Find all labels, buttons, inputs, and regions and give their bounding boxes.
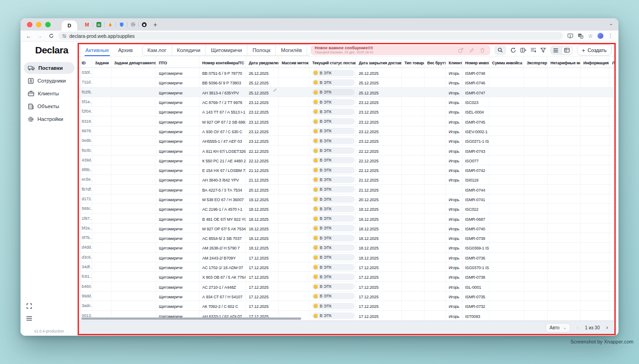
github-tab[interactable]	[139, 20, 150, 30]
bookmark-star-icon[interactable]: ☆	[588, 33, 593, 39]
table-row[interactable]: 0e9b…ЩитомиричиАН5555-1 / 47 AEF 0323.12…	[79, 136, 614, 146]
location-tab-Колядичи[interactable]: Колядичи	[172, 45, 205, 55]
cell-notify_date: 21.12.2025	[246, 175, 278, 184]
edit-pencil-icon[interactable]	[273, 88, 277, 92]
column-header-goods_type[interactable]: Тип товара	[401, 57, 424, 68]
column-header-nontariff[interactable]: Нетарифные меры	[547, 57, 580, 68]
fullscreen-button[interactable]	[26, 303, 78, 309]
column-header-container[interactable]: Номер контейнера/ТС	[199, 57, 246, 68]
back-button[interactable]: ←	[26, 33, 31, 39]
table-row[interactable]: f2f04…ЩитомиричиА 143 ТТ 67 / А 5513 I-1…	[79, 107, 614, 116]
table-row[interactable]: 8318…ЩитомиричиМ 927 ОР 67 / 2 SB 699223…	[79, 116, 614, 126]
sheets-tab[interactable]	[93, 20, 104, 30]
forward-button[interactable]: →	[37, 33, 42, 39]
notification-banner[interactable]: Новое важное сообщение!!!! Тимофей Бесма…	[311, 45, 490, 55]
previous-page-button[interactable]: ‹	[577, 324, 579, 331]
list-view-button[interactable]	[551, 47, 561, 54]
table-row[interactable]: f0cf0…ЩитомиричиА 811 КН 67/ LOSET32622.…	[79, 146, 614, 155]
location-tab-Могилёв[interactable]: Могилёв	[275, 45, 307, 55]
column-header-id[interactable]: ID	[79, 57, 92, 68]
column-header-invoice[interactable]: Номер инвойса	[462, 57, 489, 68]
search-button[interactable]	[494, 45, 506, 55]
cell-lic	[609, 175, 614, 184]
column-header-gross_weight[interactable]: Вес брутто	[424, 57, 445, 68]
next-page-button[interactable]: ›	[606, 324, 608, 331]
filter-button[interactable]	[540, 47, 546, 53]
edit-pencil-icon[interactable]	[469, 48, 474, 53]
active-browser-tab[interactable]: D	[62, 21, 77, 31]
location-tab-Полоцк[interactable]: Полоцк	[247, 45, 275, 55]
column-header-pto[interactable]: ПТО	[156, 57, 199, 68]
firebase-tab[interactable]	[105, 20, 115, 30]
column-header-lic[interactable]: Лиц	[609, 57, 614, 68]
table-row[interactable]: d4dd…ЩитомиричиАМ 2638-2/ Н 5790 718.12.…	[79, 243, 614, 252]
table-row[interactable]: 3adc…ЩитомиричиАК 7092-2 / С 602 С17.12.…	[79, 301, 614, 311]
column-header-info[interactable]: Информация	[580, 57, 609, 68]
table-row[interactable]: 8f8b…ЩитомиричиЕ 154 НХ 67 / LOSBM 73021…	[79, 165, 614, 174]
tab-Активные[interactable]: Активные	[81, 44, 114, 56]
columns-button[interactable]	[520, 47, 526, 53]
horizontal-scrollbar[interactable]	[81, 317, 301, 320]
sidebar-item-settings[interactable]: Настройки	[24, 113, 74, 125]
column-header-client[interactable]: Клиент	[445, 57, 462, 68]
table-row[interactable]: 99dd…ЩитомиричиА 934 СТ 67 / Н 5410717.1…	[79, 291, 614, 301]
cell-dept_tasks	[111, 262, 156, 271]
location-tab-Кам.лог[interactable]: Кам.лог	[142, 45, 172, 55]
location-tab-Берестовица[interactable]: Берестовица	[307, 45, 311, 55]
column-header-status[interactable]: Текущий статус поставки	[309, 57, 356, 68]
table-row[interactable]: 1f87…ЩитомиричиВ 481 ОЕ 67/ MY 822 YC18.…	[79, 213, 614, 223]
zoom-window-button[interactable]	[45, 22, 51, 27]
table-row[interactable]: 5f1a…ЩитомиричиАС 8769-7 / 2 ТТ 997823.1…	[79, 97, 614, 106]
collapse-menu-button[interactable]	[26, 316, 78, 321]
open-external-icon[interactable]	[458, 48, 463, 53]
tab-Архив[interactable]: Архив	[114, 44, 137, 56]
table-row[interactable]: fc81…ЩитомиричиХ 803 ОВ 67 / 5 АК 776417…	[79, 272, 614, 281]
settings-tab[interactable]	[127, 20, 138, 30]
table-row[interactable]: 439d…ЩитомиричиК 550 РС 21 / АЕ 4480 212…	[79, 155, 614, 165]
table-row[interactable]: d3c6…ЩитомиричиАМ 2443-2/ В709Y17.12.202…	[79, 252, 614, 262]
refresh-button[interactable]	[510, 47, 516, 53]
translate-icon[interactable]: A	[578, 33, 583, 39]
column-header-tasks[interactable]: Задачи	[92, 57, 111, 68]
table-row[interactable]: 568c…ЩитомиричиАС 2196-1 / А 4570 I-118.…	[79, 204, 614, 213]
reload-button[interactable]	[49, 33, 54, 38]
new-tab-button[interactable]: +	[153, 21, 157, 28]
column-header-dept_tasks[interactable]: Задачи департаментов	[111, 57, 156, 68]
table-row[interactable]: f02f6…ЩитомиричиАН 3813-4 / 635YPV25.12.…	[79, 87, 614, 97]
column-header-notify_date[interactable]: Дата уведомления	[246, 57, 278, 68]
profile-avatar[interactable]	[597, 33, 603, 39]
table-row[interactable]: 030f…ЩитомиричиВВ 0751-5 / 9 Р 7877026.1…	[79, 68, 614, 78]
browser-menu-icon[interactable]: ⋮	[608, 33, 613, 39]
address-bar[interactable]: declara-prod.web.app/supplies	[58, 32, 563, 40]
table-row[interactable]: 0f7b…ЩитомиричиАС 8554-5/ 2 SB 703718.12…	[79, 233, 614, 243]
column-header-exporter[interactable]: Экспортер	[524, 57, 547, 68]
minimize-window-button[interactable]	[36, 22, 42, 27]
table-row[interactable]: b460…ЩитомиричиАС 2710-1 / А448Z17.12.20…	[79, 281, 614, 291]
close-window-button[interactable]	[27, 22, 32, 27]
table-view-button[interactable]	[562, 47, 572, 54]
table-row[interactable]: ec5e…ЩитомиричиАН 3840-3 /842 YPV21.12.2…	[79, 175, 614, 184]
sidebar-item-employees[interactable]: Сотрудники	[24, 75, 74, 87]
table-row[interactable]: 8978…ЩитомиричиА 930 ОУ 67 / С 630 С23.1…	[79, 126, 614, 135]
tab-overflow-chevron-icon[interactable]: ⌄	[609, 21, 613, 26]
location-tab-Щитомиричи[interactable]: Щитомиричи	[205, 45, 247, 55]
site-settings-icon[interactable]	[62, 34, 67, 38]
gmail-tab[interactable]: M	[82, 20, 93, 30]
table-row[interactable]: d172…ЩитомиричиМ 538 ЕО 67 / Н 3600719.1…	[79, 194, 614, 203]
sidebar-item-objects[interactable]: Объекты	[24, 100, 74, 112]
shield-tab[interactable]	[116, 20, 127, 30]
column-header-labels[interactable]: Массив меток	[278, 57, 309, 68]
column-header-close_date[interactable]: Дата закрытия доставки	[356, 57, 401, 68]
sidebar-item-clients[interactable]: Клиенты	[24, 88, 74, 99]
table-row[interactable]: bf2a…ЩитомиричиМ 927 ОР 67/ 5 АК 753418.…	[79, 223, 614, 233]
table-row[interactable]: 711d…ЩитомиричиВВ 5096-5/ 9 Р 7380325.12…	[79, 78, 614, 87]
tab-share-icon[interactable]	[567, 33, 573, 38]
sidebar-item-supplies[interactable]: Поставки	[24, 62, 74, 74]
create-button[interactable]: + Создать	[577, 45, 612, 56]
page-size-select[interactable]: Авто ⌄	[545, 323, 571, 333]
table-row[interactable]: 34df…ЩитомиричиАС 1702-1/ 18 ADM 0717.12…	[79, 262, 614, 271]
column-header-invoice_sum[interactable]: Сумма инвойса	[489, 57, 524, 68]
group-rows-button[interactable]	[530, 47, 536, 53]
delete-trash-icon[interactable]	[480, 48, 485, 53]
table-row[interactable]: fb7df…ЩитомиричиВА 4227-5 / 3 ТА 753420.…	[79, 184, 614, 194]
